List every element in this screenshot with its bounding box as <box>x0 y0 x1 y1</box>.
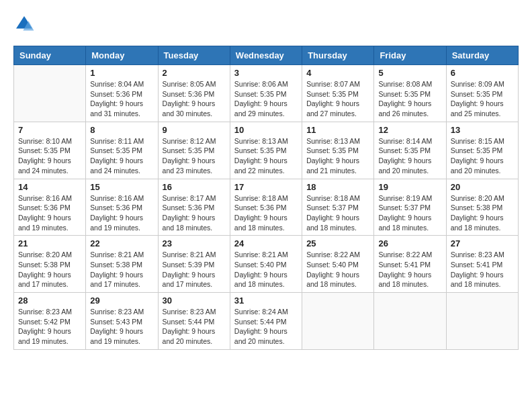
calendar-header: SundayMondayTuesdayWednesdayThursdayFrid… <box>14 46 519 65</box>
day-info: Sunrise: 8:17 AM Sunset: 5:36 PM Dayligh… <box>163 193 226 233</box>
day-info: Sunrise: 8:21 AM Sunset: 5:40 PM Dayligh… <box>234 250 298 289</box>
day-number: 28 <box>18 295 81 306</box>
day-info: Sunrise: 8:13 AM Sunset: 5:35 PM Dayligh… <box>306 136 369 176</box>
day-number: 30 <box>163 295 226 306</box>
day-info: Sunrise: 8:21 AM Sunset: 5:38 PM Dayligh… <box>90 250 153 289</box>
day-cell: 7Sunrise: 8:10 AM Sunset: 5:35 PM Daylig… <box>14 122 86 179</box>
day-number: 1 <box>90 68 153 78</box>
header-day-friday: Friday <box>374 46 446 65</box>
header-day-saturday: Saturday <box>446 46 518 65</box>
day-number: 5 <box>378 68 441 78</box>
day-cell: 9Sunrise: 8:12 AM Sunset: 5:35 PM Daylig… <box>158 122 230 179</box>
day-info: Sunrise: 8:22 AM Sunset: 5:40 PM Dayligh… <box>306 250 369 289</box>
day-number: 27 <box>451 238 514 248</box>
day-cell: 26Sunrise: 8:22 AM Sunset: 5:41 PM Dayli… <box>374 236 446 293</box>
day-number: 9 <box>163 125 226 135</box>
day-info: Sunrise: 8:10 AM Sunset: 5:35 PM Dayligh… <box>18 136 81 176</box>
day-cell <box>446 293 518 350</box>
calendar-body: 1Sunrise: 8:04 AM Sunset: 5:36 PM Daylig… <box>14 65 519 350</box>
day-cell <box>302 293 374 350</box>
day-cell: 30Sunrise: 8:23 AM Sunset: 5:44 PM Dayli… <box>158 293 230 350</box>
header-day-thursday: Thursday <box>302 46 374 65</box>
day-number: 18 <box>306 182 369 192</box>
day-cell: 4Sunrise: 8:07 AM Sunset: 5:35 PM Daylig… <box>302 65 374 122</box>
header-day-monday: Monday <box>86 46 158 65</box>
day-cell: 28Sunrise: 8:23 AM Sunset: 5:42 PM Dayli… <box>14 293 86 350</box>
day-number: 7 <box>18 125 81 135</box>
header-row: SundayMondayTuesdayWednesdayThursdayFrid… <box>14 46 519 65</box>
day-cell <box>374 293 446 350</box>
day-number: 20 <box>451 182 514 192</box>
day-info: Sunrise: 8:13 AM Sunset: 5:35 PM Dayligh… <box>234 136 298 176</box>
day-cell: 5Sunrise: 8:08 AM Sunset: 5:35 PM Daylig… <box>374 65 446 122</box>
day-info: Sunrise: 8:24 AM Sunset: 5:44 PM Dayligh… <box>234 307 298 347</box>
week-row-4: 28Sunrise: 8:23 AM Sunset: 5:42 PM Dayli… <box>14 293 519 350</box>
day-number: 13 <box>451 125 514 135</box>
day-cell: 20Sunrise: 8:20 AM Sunset: 5:38 PM Dayli… <box>446 179 518 236</box>
day-number: 21 <box>18 238 81 248</box>
day-info: Sunrise: 8:08 AM Sunset: 5:35 PM Dayligh… <box>378 79 441 119</box>
day-cell: 25Sunrise: 8:22 AM Sunset: 5:40 PM Dayli… <box>302 236 374 293</box>
day-info: Sunrise: 8:11 AM Sunset: 5:35 PM Dayligh… <box>90 136 153 176</box>
day-cell: 12Sunrise: 8:14 AM Sunset: 5:35 PM Dayli… <box>374 122 446 179</box>
day-cell <box>14 65 86 122</box>
logo <box>13 13 39 35</box>
day-cell: 18Sunrise: 8:18 AM Sunset: 5:37 PM Dayli… <box>302 179 374 236</box>
day-info: Sunrise: 8:12 AM Sunset: 5:35 PM Dayligh… <box>163 136 226 176</box>
day-info: Sunrise: 8:23 AM Sunset: 5:42 PM Dayligh… <box>18 307 81 347</box>
day-number: 15 <box>90 182 153 192</box>
day-cell: 15Sunrise: 8:16 AM Sunset: 5:36 PM Dayli… <box>86 179 158 236</box>
day-cell: 31Sunrise: 8:24 AM Sunset: 5:44 PM Dayli… <box>230 293 302 350</box>
logo-icon <box>13 13 35 35</box>
day-cell: 22Sunrise: 8:21 AM Sunset: 5:38 PM Dayli… <box>86 236 158 293</box>
day-info: Sunrise: 8:09 AM Sunset: 5:35 PM Dayligh… <box>451 79 514 119</box>
day-info: Sunrise: 8:14 AM Sunset: 5:35 PM Dayligh… <box>378 136 441 176</box>
day-cell: 6Sunrise: 8:09 AM Sunset: 5:35 PM Daylig… <box>446 65 518 122</box>
day-cell: 29Sunrise: 8:23 AM Sunset: 5:43 PM Dayli… <box>86 293 158 350</box>
day-info: Sunrise: 8:20 AM Sunset: 5:38 PM Dayligh… <box>451 193 514 233</box>
day-cell: 13Sunrise: 8:15 AM Sunset: 5:35 PM Dayli… <box>446 122 518 179</box>
header-day-tuesday: Tuesday <box>158 46 230 65</box>
day-info: Sunrise: 8:16 AM Sunset: 5:36 PM Dayligh… <box>90 193 153 233</box>
day-number: 14 <box>18 182 81 192</box>
day-info: Sunrise: 8:06 AM Sunset: 5:35 PM Dayligh… <box>234 79 298 119</box>
day-number: 23 <box>163 238 226 248</box>
day-cell: 10Sunrise: 8:13 AM Sunset: 5:35 PM Dayli… <box>230 122 302 179</box>
day-number: 10 <box>234 125 298 135</box>
week-row-1: 7Sunrise: 8:10 AM Sunset: 5:35 PM Daylig… <box>14 122 519 179</box>
day-info: Sunrise: 8:15 AM Sunset: 5:35 PM Dayligh… <box>451 136 514 176</box>
day-number: 8 <box>90 125 153 135</box>
day-info: Sunrise: 8:21 AM Sunset: 5:39 PM Dayligh… <box>163 250 226 289</box>
day-info: Sunrise: 8:18 AM Sunset: 5:36 PM Dayligh… <box>234 193 298 233</box>
day-cell: 14Sunrise: 8:16 AM Sunset: 5:36 PM Dayli… <box>14 179 86 236</box>
day-cell: 17Sunrise: 8:18 AM Sunset: 5:36 PM Dayli… <box>230 179 302 236</box>
day-info: Sunrise: 8:22 AM Sunset: 5:41 PM Dayligh… <box>378 250 441 289</box>
week-row-2: 14Sunrise: 8:16 AM Sunset: 5:36 PM Dayli… <box>14 179 519 236</box>
day-info: Sunrise: 8:19 AM Sunset: 5:37 PM Dayligh… <box>378 193 441 233</box>
day-info: Sunrise: 8:23 AM Sunset: 5:44 PM Dayligh… <box>163 307 226 347</box>
day-cell: 24Sunrise: 8:21 AM Sunset: 5:40 PM Dayli… <box>230 236 302 293</box>
day-cell: 8Sunrise: 8:11 AM Sunset: 5:35 PM Daylig… <box>86 122 158 179</box>
day-number: 31 <box>234 295 298 306</box>
page-header <box>13 13 519 35</box>
day-number: 12 <box>378 125 441 135</box>
day-info: Sunrise: 8:07 AM Sunset: 5:35 PM Dayligh… <box>306 79 369 119</box>
day-cell: 23Sunrise: 8:21 AM Sunset: 5:39 PM Dayli… <box>158 236 230 293</box>
day-number: 17 <box>234 182 298 192</box>
day-info: Sunrise: 8:16 AM Sunset: 5:36 PM Dayligh… <box>18 193 81 233</box>
day-number: 24 <box>234 238 298 248</box>
day-number: 19 <box>378 182 441 192</box>
day-info: Sunrise: 8:23 AM Sunset: 5:43 PM Dayligh… <box>90 307 153 347</box>
day-number: 29 <box>90 295 153 306</box>
day-info: Sunrise: 8:18 AM Sunset: 5:37 PM Dayligh… <box>306 193 369 233</box>
day-cell: 2Sunrise: 8:05 AM Sunset: 5:36 PM Daylig… <box>158 65 230 122</box>
day-number: 4 <box>306 68 369 78</box>
day-cell: 21Sunrise: 8:20 AM Sunset: 5:38 PM Dayli… <box>14 236 86 293</box>
day-cell: 16Sunrise: 8:17 AM Sunset: 5:36 PM Dayli… <box>158 179 230 236</box>
header-day-sunday: Sunday <box>14 46 86 65</box>
day-info: Sunrise: 8:05 AM Sunset: 5:36 PM Dayligh… <box>163 79 226 119</box>
day-cell: 1Sunrise: 8:04 AM Sunset: 5:36 PM Daylig… <box>86 65 158 122</box>
day-info: Sunrise: 8:04 AM Sunset: 5:36 PM Dayligh… <box>90 79 153 119</box>
week-row-0: 1Sunrise: 8:04 AM Sunset: 5:36 PM Daylig… <box>14 65 519 122</box>
day-cell: 11Sunrise: 8:13 AM Sunset: 5:35 PM Dayli… <box>302 122 374 179</box>
